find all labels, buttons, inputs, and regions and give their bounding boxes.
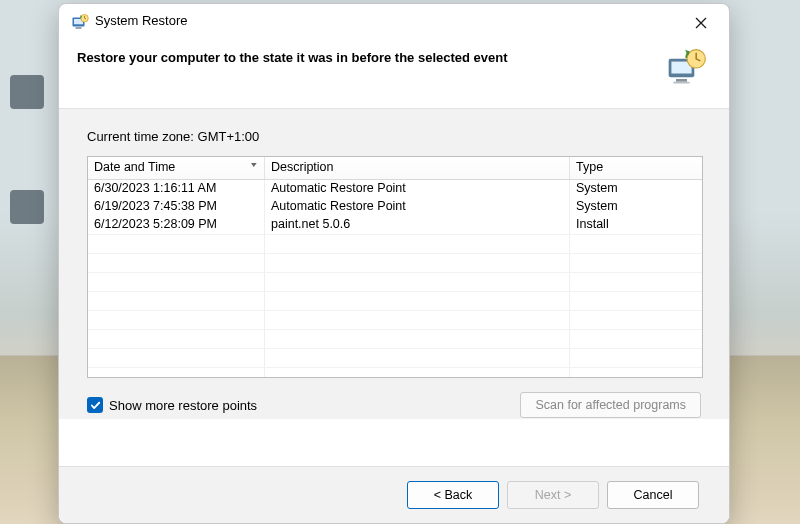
table-row-empty (88, 310, 702, 329)
desktop-shortcut[interactable] (8, 190, 46, 226)
checkbox-label: Show more restore points (109, 398, 257, 413)
table-row-empty (88, 291, 702, 310)
checkbox-checked-icon (87, 397, 103, 413)
close-button[interactable] (681, 10, 721, 38)
show-more-checkbox[interactable]: Show more restore points (87, 397, 257, 413)
table-row-empty (88, 253, 702, 272)
cell-datetime: 6/30/2023 1:16:11 AM (88, 180, 265, 198)
wizard-footer: < Back Next > Cancel (59, 466, 729, 523)
cell-description: Automatic Restore Point (265, 198, 570, 216)
system-restore-icon (71, 13, 89, 31)
cell-datetime: 6/19/2023 7:45:38 PM (88, 198, 265, 216)
wizard-heading: Restore your computer to the state it wa… (77, 50, 508, 65)
desktop-background: System Restore Restore your computer to … (0, 0, 800, 524)
titlebar: System Restore (59, 4, 729, 40)
column-header-datetime[interactable]: Date and Time ▾ (88, 157, 265, 179)
grid-header: Date and Time ▾ Description Type (88, 157, 702, 180)
wizard-header: Restore your computer to the state it wa… (59, 40, 729, 109)
column-header-type[interactable]: Type (570, 157, 702, 179)
svg-rect-2 (76, 27, 82, 29)
restore-points-grid[interactable]: Date and Time ▾ Description Type 6/30/20… (87, 156, 703, 378)
below-grid-row: Show more restore points Scan for affect… (87, 392, 701, 418)
table-row[interactable]: 6/12/2023 5:28:09 PM paint.net 5.0.6 Ins… (88, 216, 702, 234)
table-row-empty (88, 234, 702, 253)
cell-description: Automatic Restore Point (265, 180, 570, 198)
table-row[interactable]: 6/19/2023 7:45:38 PM Automatic Restore P… (88, 198, 702, 216)
cell-type: System (570, 198, 702, 216)
column-header-description[interactable]: Description (265, 157, 570, 179)
column-label: Type (576, 160, 603, 174)
table-row[interactable]: 6/30/2023 1:16:11 AM Automatic Restore P… (88, 180, 702, 198)
sort-descending-icon: ▾ (251, 160, 257, 169)
cell-datetime: 6/12/2023 5:28:09 PM (88, 216, 265, 234)
scan-affected-button[interactable]: Scan for affected programs (520, 392, 701, 418)
cell-description: paint.net 5.0.6 (265, 216, 570, 234)
column-label: Description (271, 160, 334, 174)
window-title: System Restore (95, 13, 187, 28)
cell-type: System (570, 180, 702, 198)
table-row-empty (88, 348, 702, 367)
svg-rect-6 (676, 79, 687, 82)
grid-body: 6/30/2023 1:16:11 AM Automatic Restore P… (88, 180, 702, 378)
timezone-label: Current time zone: GMT+1:00 (87, 129, 701, 144)
svg-rect-7 (673, 82, 690, 84)
column-label: Date and Time (94, 160, 175, 174)
desktop-shortcut[interactable] (8, 75, 46, 111)
table-row-empty (88, 329, 702, 348)
table-row-empty (88, 272, 702, 291)
system-restore-large-icon (665, 46, 709, 90)
cell-type: Install (570, 216, 702, 234)
wizard-content: Current time zone: GMT+1:00 Date and Tim… (59, 109, 729, 419)
system-restore-window: System Restore Restore your computer to … (58, 3, 730, 524)
next-button: Next > (507, 481, 599, 509)
close-icon (695, 17, 707, 32)
cancel-button[interactable]: Cancel (607, 481, 699, 509)
back-button[interactable]: < Back (407, 481, 499, 509)
table-row-empty (88, 367, 702, 378)
